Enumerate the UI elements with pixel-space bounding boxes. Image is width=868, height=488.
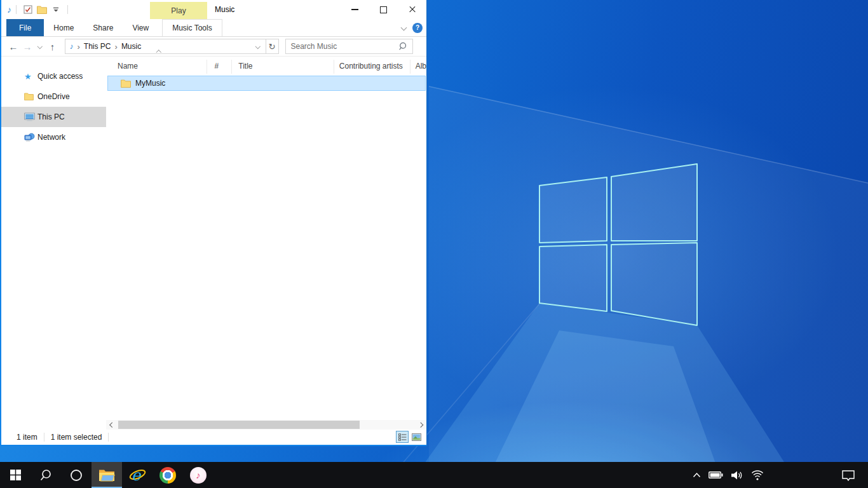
titlebar-separator <box>16 5 17 14</box>
column-header-title[interactable]: Title <box>232 60 334 74</box>
file-list: Name # Title Contributing artists Alb My… <box>106 56 426 430</box>
desktop: ♪ Play <box>0 0 868 488</box>
maximize-button[interactable] <box>369 0 398 19</box>
column-label: Name <box>118 62 138 71</box>
chevron-up-icon <box>693 472 701 478</box>
ribbon-tabs: File Home Share View Music Tools ? <box>1 19 426 37</box>
tab-file[interactable]: File <box>6 19 44 36</box>
wifi-icon <box>751 470 764 480</box>
speaker-icon <box>731 470 743 480</box>
svg-text:e: e <box>132 466 142 484</box>
maximize-icon <box>380 6 387 13</box>
column-header-contributing-artists[interactable]: Contributing artists <box>334 60 410 74</box>
window-title: Music <box>215 0 234 19</box>
volume-indicator[interactable] <box>731 470 743 480</box>
action-center-icon <box>841 470 855 481</box>
windows-logo-icon <box>10 470 21 480</box>
sidebar: ★ Quick access OneDrive <box>1 56 106 430</box>
status-item-count: 1 item <box>17 433 37 442</box>
close-icon <box>409 6 416 13</box>
large-icons-view-button[interactable] <box>410 431 423 443</box>
sidebar-item-label: Network <box>37 133 65 142</box>
column-label: Alb <box>416 62 426 71</box>
thumbnail-view-icon <box>412 433 421 441</box>
file-row-mymusic[interactable]: MyMusic <box>107 76 426 91</box>
hidden-icons-button[interactable] <box>693 472 701 478</box>
column-header-number[interactable]: # <box>207 60 233 74</box>
app-music-note-icon: ♪ <box>7 0 11 19</box>
column-header-album[interactable]: Alb <box>410 60 426 74</box>
status-selection: 1 item selected <box>51 433 102 442</box>
internet-explorer-button[interactable]: e <box>122 462 153 488</box>
start-button[interactable] <box>0 462 31 488</box>
search-box[interactable] <box>285 39 413 54</box>
folder-icon <box>37 6 47 14</box>
toolbar-dropdown-icon <box>53 7 59 13</box>
up-button[interactable]: ↑ <box>46 41 60 52</box>
breadcrumb-separator-icon: › <box>78 42 80 51</box>
close-button[interactable] <box>398 0 426 19</box>
tab-home[interactable]: Home <box>44 19 83 36</box>
system-tray <box>689 462 868 488</box>
breadcrumb-this-pc[interactable]: This PC <box>84 42 111 51</box>
sidebar-item-quick-access[interactable]: ★ Quick access <box>1 66 106 86</box>
quick-access-star-icon: ★ <box>24 72 32 81</box>
help-button[interactable]: ? <box>412 23 423 33</box>
breadcrumb-separator-icon: › <box>115 42 118 51</box>
status-bar: 1 item 1 item selected <box>1 430 426 445</box>
scroll-right-icon[interactable] <box>417 422 423 427</box>
monitor-icon <box>24 112 35 121</box>
search-input[interactable] <box>286 42 399 51</box>
recent-locations-icon[interactable] <box>37 44 43 49</box>
tab-view[interactable]: View <box>123 19 158 36</box>
sidebar-item-network[interactable]: Network <box>1 127 106 147</box>
tab-play[interactable]: Play <box>150 2 207 19</box>
address-bar[interactable]: ♪ › This PC › Music <box>65 39 266 54</box>
tab-share[interactable]: Share <box>83 19 123 36</box>
folder-icon <box>121 79 131 88</box>
expand-ribbon-icon[interactable] <box>401 25 407 31</box>
column-header-name[interactable]: Name <box>106 60 207 74</box>
refresh-button[interactable]: ↻ <box>266 39 279 54</box>
status-separator <box>108 433 109 442</box>
chrome-button[interactable] <box>153 462 183 488</box>
titlebar[interactable]: ♪ Play <box>1 0 426 19</box>
action-center-button[interactable] <box>841 470 855 481</box>
taskbar-search-button[interactable] <box>31 462 61 488</box>
network-indicator[interactable] <box>751 470 764 480</box>
scroll-left-icon[interactable] <box>110 422 115 427</box>
search-icon <box>39 469 52 482</box>
sidebar-item-this-pc[interactable]: This PC <box>1 107 106 127</box>
minimize-button[interactable] <box>341 0 369 19</box>
battery-indicator[interactable] <box>709 471 723 479</box>
scrollbar-thumb[interactable] <box>118 421 360 429</box>
back-button[interactable]: ← <box>6 41 20 52</box>
tab-music-tools[interactable]: Music Tools <box>162 19 222 36</box>
column-headers: Name # Title Contributing artists Alb <box>106 56 426 74</box>
qat-customize-dropdown[interactable] <box>49 3 63 17</box>
location-music-note-icon: ♪ <box>70 42 74 51</box>
address-dropdown-icon[interactable] <box>255 44 261 49</box>
details-view-button[interactable] <box>396 431 409 443</box>
column-label: Contributing artists <box>339 62 403 71</box>
file-name: MyMusic <box>135 79 165 88</box>
column-label: Title <box>238 62 252 71</box>
qat-properties-button[interactable] <box>21 3 35 17</box>
column-label: # <box>215 62 219 71</box>
breadcrumb-music[interactable]: Music <box>121 42 141 51</box>
forward-button[interactable]: → <box>20 41 34 52</box>
horizontal-scrollbar[interactable] <box>106 420 426 430</box>
chrome-icon <box>159 467 176 484</box>
taskbar: e ♪ <box>0 462 868 488</box>
itunes-icon: ♪ <box>190 467 207 484</box>
sidebar-item-onedrive[interactable]: OneDrive <box>1 86 106 107</box>
sidebar-item-label: Quick access <box>37 72 83 81</box>
file-explorer-icon <box>98 468 115 482</box>
network-icon <box>24 133 35 142</box>
itunes-button[interactable]: ♪ <box>183 462 214 488</box>
itunes-note-glyph: ♪ <box>196 470 201 480</box>
cortana-button[interactable] <box>61 462 92 488</box>
taskbar-file-explorer-button[interactable] <box>92 462 122 488</box>
view-toggles <box>396 431 423 443</box>
qat-new-folder-button[interactable] <box>35 3 49 17</box>
